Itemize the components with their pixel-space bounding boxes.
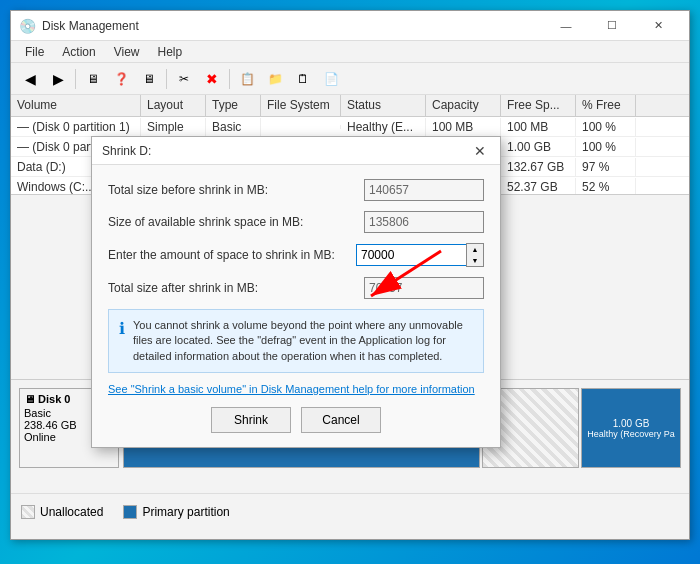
legend-primary-box	[123, 505, 137, 519]
partition-recovery-label: Healthy (Recovery Pa	[587, 429, 675, 439]
form-row-3: Enter the amount of space to shrink in M…	[108, 243, 484, 267]
menu-view[interactable]: View	[106, 43, 148, 61]
info-text: You cannot shrink a volume beyond the po…	[133, 318, 473, 364]
toolbar-sep-1	[75, 69, 76, 89]
field1-input	[364, 179, 484, 201]
row1-capacity: 100 MB	[426, 118, 501, 136]
title-bar: 💿 Disk Management — ☐ ✕	[11, 11, 689, 41]
row1-pct: 100 %	[576, 118, 636, 136]
col-header-layout[interactable]: Layout	[141, 95, 206, 116]
spin-buttons: ▲ ▼	[466, 243, 484, 267]
main-window: 💿 Disk Management — ☐ ✕ File Action View…	[10, 10, 690, 540]
row4-free: 52.37 GB	[501, 178, 576, 196]
back-button[interactable]: ◀	[17, 66, 43, 92]
row1-status: Healthy (E...	[341, 118, 426, 136]
toolbar-sep-2	[166, 69, 167, 89]
row3-pct: 97 %	[576, 158, 636, 176]
row3-free: 132.67 GB	[501, 158, 576, 176]
toolbar: ◀ ▶ 🖥 ❓ 🖥 ✂ ✖ 📋 📁 🗒 📄	[11, 63, 689, 95]
legend-unallocated-box	[21, 505, 35, 519]
field1-label: Total size before shrink in MB:	[108, 183, 364, 197]
shrink-amount-input[interactable]	[356, 244, 466, 266]
field4-label: Total size after shrink in MB:	[108, 281, 364, 295]
menu-file[interactable]: File	[17, 43, 52, 61]
table-row[interactable]: — (Disk 0 partition 1) Simple Basic Heal…	[11, 117, 689, 137]
col-header-type[interactable]: Type	[206, 95, 261, 116]
legend-unallocated: Unallocated	[21, 505, 103, 519]
field4-input	[364, 277, 484, 299]
col-header-fs[interactable]: File System	[261, 95, 341, 116]
col-header-status[interactable]: Status	[341, 95, 426, 116]
toolbar-btn-7[interactable]: 📁	[262, 66, 288, 92]
field3-label: Enter the amount of space to shrink in M…	[108, 248, 356, 262]
col-header-capacity[interactable]: Capacity	[426, 95, 501, 116]
dialog-body: Total size before shrink in MB: Size of …	[92, 165, 500, 447]
row1-type: Basic	[206, 118, 261, 136]
toolbar-btn-2[interactable]: ❓	[108, 66, 134, 92]
close-button[interactable]: ✕	[635, 11, 681, 41]
col-header-freepct[interactable]: % Free	[576, 95, 636, 116]
app-icon: 💿	[19, 18, 36, 34]
form-row-2: Size of available shrink space in MB:	[108, 211, 484, 233]
dialog-title: Shrink D:	[102, 144, 151, 158]
shrink-button[interactable]: Shrink	[211, 407, 291, 433]
menu-help[interactable]: Help	[150, 43, 191, 61]
legend-primary: Primary partition	[123, 505, 229, 519]
disk-icon: 🖥	[24, 393, 38, 405]
toolbar-btn-6[interactable]: 📋	[234, 66, 260, 92]
window-title: Disk Management	[42, 19, 139, 33]
maximize-button[interactable]: ☐	[589, 11, 635, 41]
row4-pct: 52 %	[576, 178, 636, 196]
row1-volume: — (Disk 0 partition 1)	[11, 118, 141, 136]
dialog-buttons: Shrink Cancel	[108, 407, 484, 433]
partition-recovery[interactable]: 1.00 GB Healthy (Recovery Pa	[581, 388, 681, 468]
help-link[interactable]: See "Shrink a basic volume" in Disk Mana…	[108, 383, 484, 395]
form-row-4: Total size after shrink in MB:	[108, 277, 484, 299]
menu-action[interactable]: Action	[54, 43, 103, 61]
cancel-button[interactable]: Cancel	[301, 407, 381, 433]
title-bar-controls: — ☐ ✕	[543, 11, 681, 41]
forward-button[interactable]: ▶	[45, 66, 71, 92]
row2-pct: 100 %	[576, 138, 636, 156]
toolbar-btn-4[interactable]: ✂	[171, 66, 197, 92]
toolbar-btn-9[interactable]: 📄	[318, 66, 344, 92]
shrink-dialog: Shrink D: ✕ Total size before shrink in …	[91, 136, 501, 448]
row1-fs	[261, 125, 341, 129]
table-header: Volume Layout Type File System Status Ca…	[11, 95, 689, 117]
title-bar-left: 💿 Disk Management	[19, 18, 139, 34]
row2-free: 1.00 GB	[501, 138, 576, 156]
row1-layout: Simple	[141, 118, 206, 136]
toolbar-btn-8[interactable]: 🗒	[290, 66, 316, 92]
dialog-close-button[interactable]: ✕	[470, 141, 490, 161]
toolbar-btn-3[interactable]: 🖥	[136, 66, 162, 92]
partition-recovery-size: 1.00 GB	[613, 418, 650, 429]
row1-free: 100 MB	[501, 118, 576, 136]
spin-down-button[interactable]: ▼	[467, 255, 483, 266]
menu-bar: File Action View Help	[11, 41, 689, 63]
minimize-button[interactable]: —	[543, 11, 589, 41]
field3-spinner: ▲ ▼	[356, 243, 484, 267]
toolbar-btn-5[interactable]: ✖	[199, 66, 225, 92]
dialog-title-bar: Shrink D: ✕	[92, 137, 500, 165]
col-header-volume[interactable]: Volume	[11, 95, 141, 116]
info-box: ℹ You cannot shrink a volume beyond the …	[108, 309, 484, 373]
toolbar-btn-1[interactable]: 🖥	[80, 66, 106, 92]
field2-input	[364, 211, 484, 233]
form-row-1: Total size before shrink in MB:	[108, 179, 484, 201]
info-icon: ℹ	[119, 319, 125, 338]
col-header-freespace[interactable]: Free Sp...	[501, 95, 576, 116]
legend-unallocated-label: Unallocated	[40, 505, 103, 519]
toolbar-sep-3	[229, 69, 230, 89]
legend-primary-label: Primary partition	[142, 505, 229, 519]
spin-up-button[interactable]: ▲	[467, 244, 483, 255]
legend-bar: Unallocated Primary partition	[11, 493, 689, 529]
field2-label: Size of available shrink space in MB:	[108, 215, 364, 229]
